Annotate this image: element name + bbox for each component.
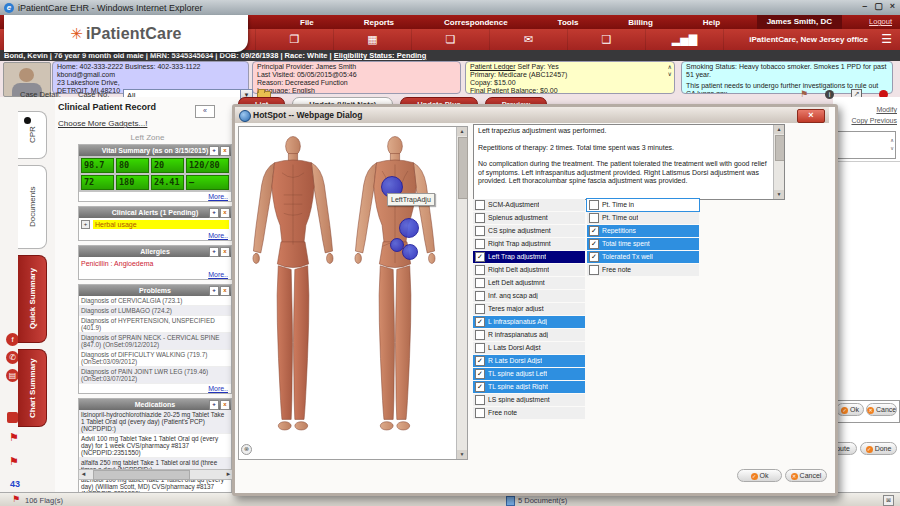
problem-item[interactable]: Diagnosis of HYPERTENSION, UNSPECIFIED (… [79,316,231,333]
option-left-trap-adjustmnt[interactable]: ✓Left Trap adjustmnt [473,251,585,263]
option-right-trap-adjustmnt[interactable]: Right Trap adjustmnt [473,238,585,250]
option-r-lats-dorsi-adjst[interactable]: ✓R Lats Dorsi Adjst [473,355,585,367]
close-icon[interactable]: x [220,208,230,218]
patient-ledger-link[interactable]: Patient Ledger [470,63,516,70]
problems-more-link[interactable]: More.. [79,384,231,393]
problem-item[interactable]: Diagnosis of PAIN JOINT LWR LEG (719.46)… [79,367,231,384]
option-left-delt-adjustmnt[interactable]: Left Delt adjustmnt [473,277,585,289]
option-pt-time-out[interactable]: Pt. Time out [587,212,699,224]
choose-gadgets-link[interactable]: Choose More Gadgets...! [58,119,147,128]
scroll-up-icon[interactable]: ▲ [774,125,784,134]
option-tolerated-tx-well[interactable]: ✓Tolerated Tx well [587,251,699,263]
menu-item-reports[interactable]: Reports [364,18,394,27]
alert-square-icon[interactable] [7,412,18,423]
sidebar-horizontal-scrollbar[interactable]: ◄ ► [78,469,234,480]
minimize-button[interactable]: – [862,1,867,11]
option-inf-ang-scap-adj[interactable]: Inf. ang scap adj [473,290,585,302]
resize-grip-icon[interactable]: ⊠ [883,495,894,506]
side-tab-documents[interactable]: Documents [18,165,47,249]
option-ls-spine-adjustment[interactable]: LS spine adjustment [473,394,585,406]
checkbox[interactable]: ✓ [589,252,599,262]
checkbox[interactable]: ✓ [475,356,485,366]
checkbox[interactable]: ✓ [589,239,599,249]
close-icon[interactable]: x [220,146,230,156]
copy-previous-link[interactable]: Copy Previous [851,117,897,124]
checkbox[interactable] [475,265,485,275]
option-repetitions[interactable]: ✓Repetitions [587,225,699,237]
eligibility-status-link[interactable]: Eligibility Status: Pending [334,51,427,60]
option-right-delt-adjustmnt[interactable]: Right Delt adjustmnt [473,264,585,276]
note-selector-box[interactable]: ∧ ∨ [836,131,896,159]
checkbox[interactable] [589,213,599,223]
option-l-infraspianatus-adj[interactable]: ✓L infraspianatus Adj [473,316,585,328]
close-icon[interactable]: x [220,400,230,410]
hotspot-tl-spine-right[interactable] [402,244,418,260]
side-tab-cpr[interactable]: CPR [18,111,47,159]
alert-item[interactable]: Herbal usage [93,220,229,229]
checkbox[interactable] [589,200,599,210]
option-cs-spine-adjustment[interactable]: CS spine adjustment [473,225,585,237]
restore-icon[interactable]: + [209,208,219,218]
checkbox[interactable]: ✓ [475,382,485,392]
documents-icon[interactable]: ❐ [256,29,334,50]
problem-item[interactable]: Diagnosis of CERVICALGIA (723.1) [79,296,231,306]
option-r-infraspianatus-adj[interactable]: R infraspianatus adj [473,329,585,341]
checkbox[interactable] [475,408,485,418]
page-ok-button[interactable]: ✓Ok [836,403,864,416]
side-tab-quick-summary[interactable]: Quick Summary [18,255,47,343]
messages-icon[interactable]: ✉ [490,29,568,50]
problem-item[interactable]: Diagnosis of DIFFICULTY WALKING (719.7)(… [79,350,231,367]
problem-item[interactable]: Diagnosis of LUMBAGO (724.2) [79,306,231,316]
problem-item[interactable]: Diagnosis of SPRAIN NECK - CERVICAL SPIN… [79,333,231,350]
dialog-titlebar[interactable]: HotSpot -- Webpage Dialog × [235,107,829,123]
medication-item[interactable]: lisinopril-hydrochlorothiazide 20-25 mg … [79,410,231,434]
checkbox[interactable] [475,213,485,223]
scroll-down-icon[interactable]: ▼ [457,450,467,459]
menu-item-tools[interactable]: Tools [558,18,579,27]
checkbox[interactable] [475,200,485,210]
spinner-down-icon[interactable]: ∨ [890,146,894,151]
option-free-note[interactable]: Free note [473,407,585,419]
menu-item-help[interactable]: Help [703,18,720,27]
menu-icon[interactable]: ☰ [881,29,892,50]
dialog-cancel-button[interactable]: ✕Cancel [785,469,827,482]
checkbox[interactable] [475,239,485,249]
scrollbar-thumb[interactable] [775,135,785,161]
dialog-close-button[interactable]: × [797,109,825,123]
checkbox[interactable] [475,343,485,353]
collapse-sidebar-button[interactable]: « [195,105,215,118]
body-front-figure[interactable] [247,131,339,441]
option-tl-spine-adjust-left[interactable]: ✓TL spine adjust Left [473,368,585,380]
zoom-reset-button[interactable]: ⊗ [241,444,252,455]
option-splenus-adjustment[interactable]: Splenus adjustment [473,212,585,224]
modify-link[interactable]: Modify [876,106,897,113]
allergy-item[interactable]: Penicillin : Angioedema [79,257,231,270]
window-titlebar[interactable]: e iPatientCare EHR - Windows Internet Ex… [0,0,900,15]
menu-item-billing[interactable]: Billing [628,18,652,27]
chart-file-icon[interactable]: ❏ [412,29,490,50]
flag-icon[interactable]: ⚑ [9,431,19,444]
hotspot-lats-dorsi[interactable] [399,218,419,238]
flags-count[interactable]: 106 Flag(s) [25,496,63,505]
restore-icon[interactable]: + [209,286,219,296]
spinner-up-icon[interactable]: ∧ [890,138,894,143]
visit-note-text[interactable]: Left trapezius adjustment was performed.… [473,124,785,200]
close-icon[interactable]: x [220,247,230,257]
scroll-up-icon[interactable]: ▲ [457,127,467,136]
checkbox[interactable] [589,265,599,275]
option-tl-spine-adjst-right[interactable]: ✓TL spine adjst Right [473,381,585,393]
billing-icon[interactable]: ❑ [568,29,646,50]
restore-icon[interactable]: + [209,146,219,156]
option-l-lats-dorsi-adjst[interactable]: L Lats Dorsi Adjst [473,342,585,354]
done-button[interactable]: ✓Done [860,442,897,455]
page-cancel-button[interactable]: ✕Cancel [866,403,897,416]
option-teres-major-adjust[interactable]: Teres major adjust [473,303,585,315]
option-pt-time-in[interactable]: Pt. Time in [587,199,699,211]
ledger-scroll-arrows[interactable]: ∧∨ [668,64,672,78]
checkbox[interactable]: ✓ [475,369,485,379]
scroll-down-icon[interactable]: ▼ [774,190,784,199]
alerts-more-link[interactable]: More.. [79,231,231,240]
option-free-note[interactable]: Free note [587,264,699,276]
option-scm-adjustment[interactable]: SCM-Adjustment [473,199,585,211]
option-total-time-spent[interactable]: ✓Total time spent [587,238,699,250]
